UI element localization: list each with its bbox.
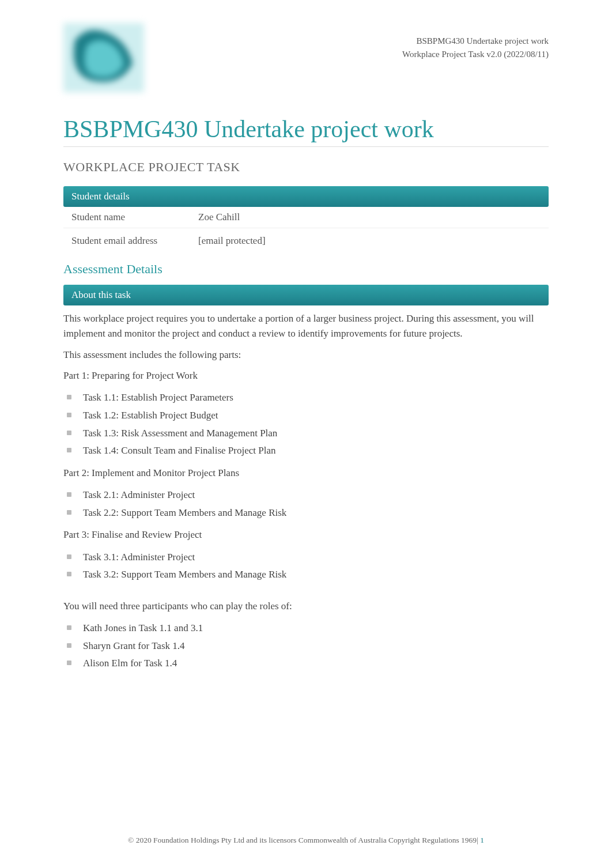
student-name-row: Student name Zoe Cahill xyxy=(63,207,549,225)
includes-line: This assessment includes the following p… xyxy=(63,348,549,363)
student-details-banner: Student details xyxy=(63,186,549,207)
list-item: Sharyn Grant for Task 1.4 xyxy=(63,637,549,655)
part3-title: Part 3: Finalise and Review Project xyxy=(63,527,549,542)
participants-intro: You will need three participants who can… xyxy=(63,599,549,614)
list-item: Task 3.2: Support Team Members and Manag… xyxy=(63,566,549,584)
list-item: Task 3.1: Administer Project xyxy=(63,549,549,567)
list-item: Task 1.3: Risk Assessment and Management… xyxy=(63,425,549,443)
header-unit-code: BSBPMG430 Undertake project work xyxy=(402,35,549,48)
list-item: Task 2.1: Administer Project xyxy=(63,486,549,504)
organisation-logo xyxy=(63,23,144,92)
student-email-value: [email protected] xyxy=(198,235,541,247)
footer-copyright: © 2020 Foundation Holdings Pty Ltd and i… xyxy=(128,836,477,844)
page-subtitle: WORKPLACE PROJECT TASK xyxy=(63,160,549,175)
document-content: BSBPMG430 Undertake project work WORKPLA… xyxy=(63,115,549,673)
part1-title: Part 1: Preparing for Project Work xyxy=(63,368,549,383)
page: BSBPMG430 Undertake project work Workpla… xyxy=(0,0,612,868)
student-name-label: Student name xyxy=(71,212,198,223)
divider xyxy=(63,228,549,228)
list-item: Task 1.4: Consult Team and Finalise Proj… xyxy=(63,442,549,460)
student-email-label: Student email address xyxy=(71,235,198,247)
list-item: Alison Elm for Task 1.4 xyxy=(63,655,549,673)
part1-task-list: Task 1.1: Establish Project Parameters T… xyxy=(63,389,549,459)
student-name-value: Zoe Cahill xyxy=(198,212,541,223)
part3-task-list: Task 3.1: Administer Project Task 3.2: S… xyxy=(63,549,549,584)
header-task-version: Workplace Project Task v2.0 (2022/08/11) xyxy=(402,48,549,61)
page-footer: © 2020 Foundation Holdings Pty Ltd and i… xyxy=(0,836,612,845)
list-item: Task 1.2: Establish Project Budget xyxy=(63,407,549,425)
student-email-row: Student email address [email protected] xyxy=(63,231,549,249)
footer-page-number: 1 xyxy=(480,836,484,844)
about-intro-paragraph: This workplace project requires you to u… xyxy=(63,311,549,342)
document-header-meta: BSBPMG430 Undertake project work Workpla… xyxy=(402,35,549,61)
part2-task-list: Task 2.1: Administer Project Task 2.2: S… xyxy=(63,486,549,522)
assessment-details-heading: Assessment Details xyxy=(63,262,549,277)
page-title: BSBPMG430 Undertake project work xyxy=(63,115,549,147)
list-item: Kath Jones in Task 1.1 and 3.1 xyxy=(63,620,549,637)
list-item: Task 1.1: Establish Project Parameters xyxy=(63,389,549,407)
participants-list: Kath Jones in Task 1.1 and 3.1 Sharyn Gr… xyxy=(63,620,549,673)
list-item: Task 2.2: Support Team Members and Manag… xyxy=(63,504,549,522)
part2-title: Part 2: Implement and Monitor Project Pl… xyxy=(63,466,549,481)
about-task-banner: About this task xyxy=(63,285,549,305)
